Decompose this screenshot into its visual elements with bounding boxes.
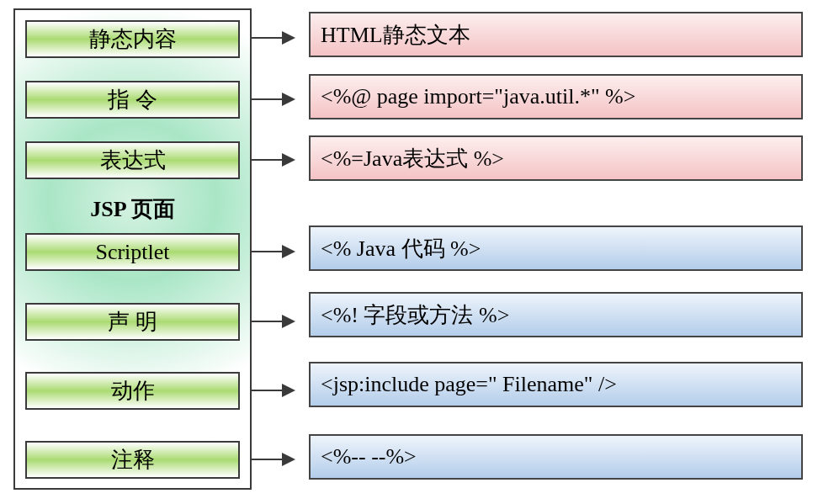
item-expression: 表达式	[25, 141, 240, 179]
item-label: 静态内容	[89, 27, 177, 51]
diagram-canvas: 静态内容 指 令 表达式 JSP 页面 Scriptlet 声 明 动作 注释 …	[0, 0, 818, 504]
arrow-icon	[252, 251, 294, 252]
item-label: 指 令	[108, 88, 157, 112]
example-scriptlet: <% Java 代码 %>	[309, 225, 803, 271]
arrow-icon	[252, 98, 294, 100]
arrow-icon	[252, 390, 294, 391]
arrow-icon	[252, 459, 294, 460]
item-label: 声 明	[108, 310, 157, 334]
example-comment: <%-- --%>	[309, 434, 803, 480]
item-action: 动作	[25, 372, 240, 410]
example-expression: <%=Java表达式 %>	[309, 135, 803, 181]
example-text: <% Java 代码 %>	[321, 234, 481, 263]
item-static-content: 静态内容	[25, 20, 240, 58]
item-label: 动作	[111, 379, 155, 403]
arrow-icon	[252, 37, 294, 39]
item-declaration: 声 明	[25, 303, 240, 341]
example-text: <%-- --%>	[321, 444, 417, 470]
example-directive: <%@ page import="java.util.*" %>	[309, 74, 803, 119]
example-action: <jsp:include page=" Filename" />	[309, 362, 803, 407]
item-comment: 注释	[25, 441, 240, 479]
jsp-panel: 静态内容 指 令 表达式 JSP 页面 Scriptlet 声 明 动作 注释	[13, 8, 252, 490]
arrow-icon	[252, 321, 294, 322]
item-scriptlet: Scriptlet	[25, 233, 240, 271]
example-text: <%@ page import="java.util.*" %>	[321, 84, 635, 109]
panel-title: JSP 页面	[25, 194, 240, 224]
item-label: 注释	[111, 448, 155, 472]
item-label: 表达式	[100, 148, 166, 172]
example-text: HTML静态文本	[321, 20, 470, 50]
item-label: Scriptlet	[95, 240, 169, 264]
example-text: <%! 字段或方法 %>	[321, 300, 509, 330]
item-directive: 指 令	[25, 81, 240, 119]
example-declaration: <%! 字段或方法 %>	[309, 292, 803, 337]
example-text: <%=Java表达式 %>	[321, 144, 504, 173]
arrow-icon	[252, 159, 294, 161]
example-static-content: HTML静态文本	[309, 12, 803, 57]
example-text: <jsp:include page=" Filename" />	[321, 372, 617, 397]
